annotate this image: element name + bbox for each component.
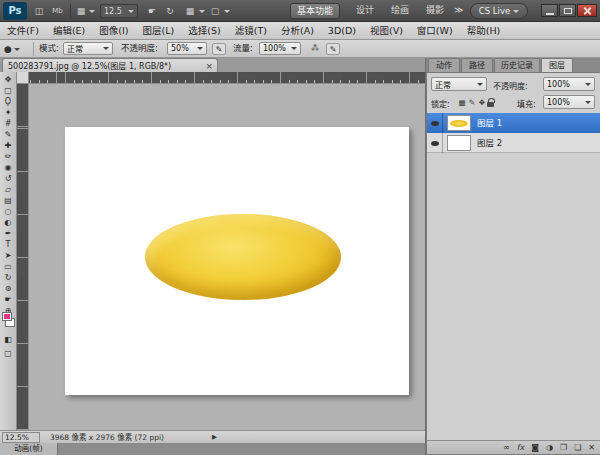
workspace-overflow-chevron[interactable]: ≫	[452, 3, 465, 19]
blend-mode-select[interactable]: 正常	[63, 42, 113, 55]
screen-mode-icon[interactable]: ▢	[208, 5, 222, 18]
document-tab-title: 500283791.jpg @ 12.5%(图层 1, RGB/8*)	[3, 60, 201, 71]
workspace-paint-button[interactable]: 绘画	[385, 3, 415, 19]
tab-close-icon[interactable]: ×	[201, 61, 217, 71]
menu-select[interactable]: 选择(S)	[181, 22, 227, 39]
add-mask-icon[interactable]: ◙	[531, 441, 539, 454]
hand-pan-icon[interactable]: ☛	[145, 5, 159, 18]
layer-opacity-label: 不透明度:	[493, 80, 528, 91]
menu-help[interactable]: 帮助(H)	[460, 22, 508, 39]
lasso-tool[interactable]: Ϙ	[0, 96, 16, 107]
flow-value: 100%	[263, 44, 286, 53]
layer-effects-icon[interactable]: fx	[517, 441, 525, 454]
menu-window[interactable]: 窗口(W)	[410, 22, 460, 39]
quick-selection-tool[interactable]: ✦	[0, 107, 16, 118]
flow-select[interactable]: 100%	[259, 42, 301, 55]
menu-analysis[interactable]: 分析(A)	[274, 22, 321, 39]
animation-panel-tab[interactable]: 动画(帧)	[0, 443, 58, 455]
airbrush-icon[interactable]: ⁂	[308, 43, 322, 55]
delete-layer-icon[interactable]: ✕	[588, 441, 595, 454]
visibility-cell[interactable]	[427, 133, 443, 153]
hand-tool[interactable]: ☛	[0, 294, 16, 305]
mini-bridge-icon[interactable]: Mb	[49, 5, 66, 18]
clone-stamp-tool[interactable]: ◉	[0, 162, 16, 173]
cs-live-button[interactable]: CS Live	[470, 3, 528, 19]
pen-tool[interactable]: ✒	[0, 228, 16, 239]
lock-all-icon[interactable]	[487, 102, 494, 107]
menu-edit[interactable]: 编辑(E)	[46, 22, 92, 39]
eye-icon[interactable]	[431, 121, 439, 126]
adjustment-layer-icon[interactable]: ◑	[546, 441, 553, 454]
blend-mode-value: 正常	[67, 43, 83, 54]
3d-camera-tool[interactable]: ⊛	[0, 283, 16, 294]
lock-transparency-icon[interactable]: ▦	[457, 98, 467, 107]
fill-select[interactable]: 100%	[543, 95, 595, 109]
gradient-tool[interactable]: ▤	[0, 195, 16, 206]
healing-brush-tool[interactable]: ✚	[0, 140, 16, 151]
foreground-color-swatch[interactable]	[2, 312, 12, 321]
bridge-icon[interactable]: ◫	[32, 5, 46, 18]
menu-layer[interactable]: 图层(L)	[136, 22, 182, 39]
path-selection-tool[interactable]: ➤	[0, 250, 16, 261]
type-tool[interactable]: T	[0, 239, 16, 250]
eye-icon[interactable]	[431, 141, 439, 146]
title-bar: Ps ◫ Mb ▦ 12.5 ☛ ↻ ▦ ▢ 基本功能 设计 绘画 摄影 ≫ C…	[0, 0, 600, 22]
3d-rotate-tool[interactable]: ↻	[0, 272, 16, 283]
minimize-button[interactable]	[541, 4, 558, 17]
move-tool[interactable]: ✥	[0, 74, 16, 85]
tablet-size-icon[interactable]: ✎	[326, 43, 340, 55]
new-layer-icon[interactable]: ❏	[574, 441, 581, 454]
tab-history[interactable]: 历史记录	[494, 58, 540, 72]
layer-name[interactable]: 图层 2	[477, 133, 502, 153]
chevron-down-icon	[477, 83, 483, 86]
screen-mode-button[interactable]: ▢	[0, 348, 16, 359]
dodge-tool[interactable]: ◐	[0, 217, 16, 228]
arrange-documents-icon[interactable]: ▦	[183, 5, 197, 18]
layer-thumbnail[interactable]	[447, 135, 471, 151]
brush-tool[interactable]: ✏	[0, 151, 16, 162]
lock-pixels-icon[interactable]: ✎	[467, 98, 477, 107]
marquee-tool[interactable]: ▢	[0, 85, 16, 96]
menu-view[interactable]: 视图(V)	[363, 22, 410, 39]
document-canvas[interactable]	[65, 127, 409, 395]
blur-tool[interactable]: ○	[0, 206, 16, 217]
link-layers-icon[interactable]: ∞	[503, 441, 510, 454]
tablet-opacity-icon[interactable]: ✎	[212, 43, 226, 55]
history-brush-tool[interactable]: ↺	[0, 173, 16, 184]
layer-opacity-select[interactable]: 100%	[543, 77, 595, 91]
visibility-cell[interactable]	[427, 113, 443, 133]
eraser-tool[interactable]: ▱	[0, 184, 16, 195]
new-group-icon[interactable]: ❐	[560, 441, 567, 454]
layer-name[interactable]: 图层 1	[477, 113, 502, 133]
layer-blend-mode-select[interactable]: 正常	[431, 77, 487, 91]
layer-row-2[interactable]: 图层 2	[427, 133, 600, 153]
ruler-label: 500	[110, 73, 122, 81]
menu-image[interactable]: 图像(I)	[92, 22, 135, 39]
tools-panel: ✥ ▢ Ϙ ✦ # ✎ ✚ ✏ ◉ ↺ ▱ ▤ ○ ◐ ✒ T ➤ ▭ ↻ ⊛ …	[0, 72, 17, 443]
tab-paths[interactable]: 路径	[461, 58, 493, 72]
restore-button[interactable]	[559, 4, 576, 17]
close-button[interactable]	[577, 4, 597, 17]
menu-filter[interactable]: 滤镜(T)	[228, 22, 274, 39]
crop-tool[interactable]: #	[0, 118, 16, 129]
rotate-view-icon[interactable]: ↻	[163, 5, 177, 18]
tab-actions[interactable]: 动作	[428, 58, 460, 72]
menu-file[interactable]: 文件(F)	[0, 22, 46, 39]
view-extras-icon[interactable]: ▦	[75, 5, 87, 18]
lock-position-icon[interactable]: ✥	[477, 98, 487, 107]
document-tab[interactable]: 500283791.jpg @ 12.5%(图层 1, RGB/8*) ×	[2, 58, 218, 72]
brush-preset-picker[interactable]: ●	[4, 43, 28, 55]
tab-layers[interactable]: 图层	[541, 58, 573, 72]
workspace-design-button[interactable]: 设计	[350, 3, 380, 19]
zoom-level-field[interactable]: 12.5	[100, 4, 138, 18]
opacity-select[interactable]: 50%	[167, 42, 207, 55]
shape-tool[interactable]: ▭	[0, 261, 16, 272]
workspace-photo-button[interactable]: 摄影	[420, 3, 450, 19]
menu-3d[interactable]: 3D(D)	[321, 22, 363, 39]
quick-mask-button[interactable]: ◧	[0, 334, 16, 345]
eyedropper-tool[interactable]: ✎	[0, 129, 16, 140]
layer-thumbnail[interactable]	[447, 115, 471, 131]
zoom-percent-field[interactable]: 12.5%	[2, 432, 40, 443]
workspace-essentials-button[interactable]: 基本功能	[290, 3, 340, 19]
layer-row-1[interactable]: 图层 1	[427, 113, 600, 133]
